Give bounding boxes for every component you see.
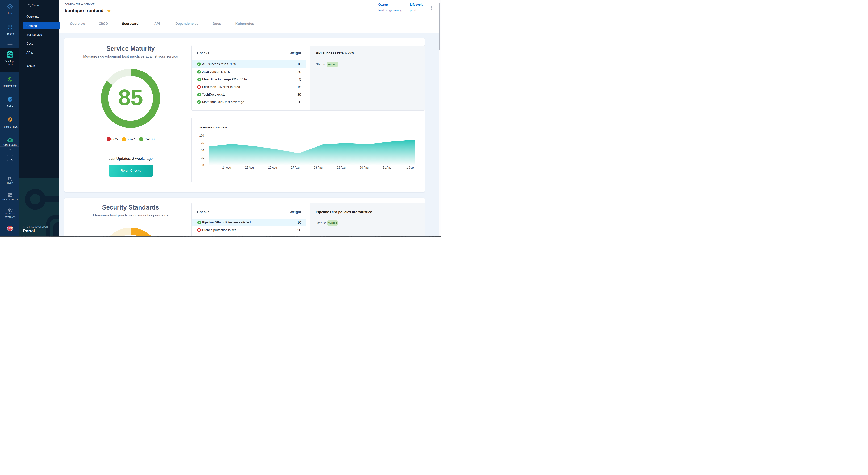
svg-text:$: $ [9,139,10,141]
svg-text:85: 85 [118,85,143,110]
svg-text:?: ? [9,177,10,179]
